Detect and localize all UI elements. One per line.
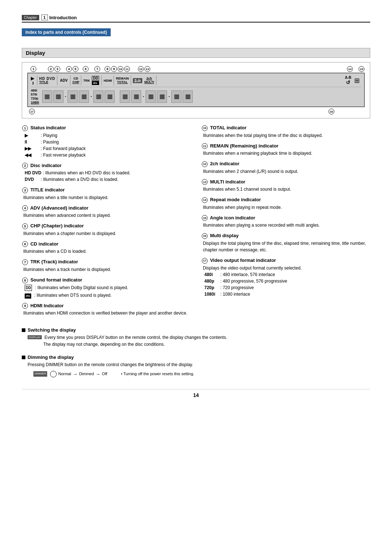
dot-sep-3: ·	[143, 94, 144, 100]
desc-angle-title: 15 Angle icon indicator	[201, 215, 370, 221]
digit-6: ▦	[105, 90, 115, 103]
num-3-label: 3	[22, 187, 28, 193]
numbers-row-top: 1 2 3 4 5 6 7 8 9 10 11 12 13 14 15	[27, 66, 365, 72]
left-column: 1 Status indicator ▶ : Playing II : Paus…	[22, 125, 191, 321]
desc-multi-title: 13 MULTI indicator	[201, 179, 370, 185]
num-9-label: 9	[22, 303, 28, 309]
index-bar-container: Index to parts and controls (Continued)	[22, 28, 370, 42]
desc-sound-body: DD : Illuminates when Dolby Digital soun…	[22, 284, 191, 299]
desc-chp: 5 CHP (Chapter) indicator Illuminates wh…	[22, 223, 191, 237]
desc-videoformat: 17 Video output format indicator Display…	[201, 258, 370, 297]
num-12-label: 12	[202, 161, 208, 167]
desc-title-ind-body: Illuminates when a title number is displ…	[22, 194, 191, 201]
num-16-bottom: 16	[328, 109, 334, 114]
desc-cd-title: 6 CD indicator	[22, 241, 191, 247]
disc-row-1: HD DVD : Illuminates when an HD DVD disc…	[25, 170, 191, 176]
digit-2: ▦	[53, 90, 64, 103]
digit-1: ▦	[42, 90, 52, 103]
chapter-title: Introduction	[49, 15, 77, 20]
desc-multidisp: 16 Multi display Displays the total play…	[201, 233, 370, 253]
ch-multi-label: 2ch MULTI	[144, 77, 154, 84]
digit-12: ▦	[183, 90, 193, 103]
num-14-label: 14	[202, 197, 208, 203]
dimming-title: Dimming the display	[22, 355, 370, 360]
dts-badge: dts	[92, 81, 99, 85]
vf-row-4: 1080i : 1080 interlace	[204, 291, 370, 297]
adv-label: ADV	[60, 78, 68, 82]
num-9: 9	[111, 66, 117, 72]
divider-8	[156, 76, 156, 85]
divider-1	[37, 76, 37, 85]
num-10-label: 10	[202, 125, 208, 131]
trk-label: TRK	[83, 79, 90, 82]
status-row-3: ▶▶ : Fast forward playback	[25, 145, 191, 152]
sound-row-1: DD : Illuminates when Dolby Digital soun…	[25, 284, 191, 291]
flow-normal: Normal	[58, 371, 71, 377]
desc-cd-body: Illuminates when a CD is loaded.	[22, 248, 191, 255]
num-15: 15	[359, 66, 364, 72]
desc-hdmi-title: 9 HDMI Indicator	[22, 303, 191, 309]
desc-trk: 7 TRK (Track) indicator Illuminates when…	[22, 259, 191, 273]
desc-sound: 8 Sound format indicator DD : Illuminate…	[22, 277, 191, 299]
digit-4: ▦	[79, 90, 89, 103]
angle-icon: ⊞	[354, 77, 360, 85]
dolby-badge-2: DD	[25, 285, 32, 291]
num-4-label: 4	[22, 205, 28, 211]
desc-multi-body: Illuminates when 5.1 channel sound is ou…	[201, 186, 370, 193]
ab-label: A-B ↺	[345, 76, 351, 85]
divider-7	[131, 76, 131, 85]
dimmer-badge: DIMMER	[33, 371, 47, 377]
page-number: 14	[22, 389, 370, 398]
desc-total: 10 TOTAL indicator Illuminates when the …	[201, 125, 370, 139]
dolby-badge: DD	[92, 76, 99, 81]
desc-repeat-body: Illuminates when playing in repeat mode.	[201, 204, 370, 211]
num-12: 12	[138, 66, 144, 72]
dimming-body: Pressing DIMMER button on the remote con…	[28, 361, 370, 378]
switching-text1: DISPLAY Every time you press DISPLAY but…	[28, 334, 370, 341]
divider-5	[101, 76, 102, 85]
num-2-label: 2	[22, 163, 28, 169]
dimming-flow: DIMMER Normal → Dimmed → Off • Turning o…	[33, 370, 370, 378]
desc-cd: 6 CD indicator Illuminates when a CD is …	[22, 241, 191, 255]
vf-row-2: 480p : 480 progressive, 576 progressive	[204, 278, 370, 284]
num-8-label: 8	[22, 278, 28, 283]
index-bar: Index to parts and controls (Continued)	[22, 28, 111, 36]
num-5-label: 5	[22, 223, 28, 229]
num-7: 7	[94, 66, 100, 72]
desc-total-title: 10 TOTAL indicator	[201, 125, 370, 131]
num-15-label: 15	[202, 215, 208, 221]
desc-status-body: ▶ : Playing II : Pausing ▶▶ : Fast forwa…	[22, 132, 191, 158]
digit-9: ▦	[146, 90, 156, 103]
num-13-label: 13	[202, 179, 208, 185]
desc-2ch: 12 2ch indicator Illuminates when 2 chan…	[201, 161, 370, 175]
num-6-label: 6	[22, 241, 28, 247]
play-pause-segment: ▶ II	[31, 76, 34, 85]
remain-total-label: REMAIN TOTAL	[116, 77, 129, 84]
num-2: 2	[48, 66, 54, 72]
digit-7: ▦	[120, 90, 130, 103]
cd-chp-label: CD CHP	[72, 77, 79, 84]
desc-title-ind-title: 3 TITLE indicator	[22, 187, 191, 193]
dot-sep-2: ·	[90, 94, 92, 100]
switching-section: Switching the display DISPLAY Every time…	[22, 327, 370, 348]
desc-chp-body: Illuminates when a chapter number is dis…	[22, 230, 191, 237]
flow-off: Off	[102, 371, 107, 377]
chapter-label: Chapter	[22, 15, 39, 20]
desc-sound-title: 8 Sound format indicator	[22, 277, 191, 283]
lcd-panel: ▶ II HD DVD TITLE ADV CD CHP TRK DD	[27, 73, 365, 107]
switching-body: DISPLAY Every time you press DISPLAY but…	[28, 334, 370, 348]
chapter-number: 1	[41, 15, 48, 20]
status-row-4: ◀◀ : Fast reverse playback	[25, 152, 191, 158]
digit-segments-row: ▦ ▦ · ▦ ▦ · ▦ ▦ ▦ ▦ · ▦ ▦ · ▦ ▦	[42, 90, 361, 103]
black-square-2	[22, 356, 25, 359]
desc-chp-title: 5 CHP (Chapter) indicator	[22, 223, 191, 229]
switching-text2: The display may not change, depending on…	[28, 341, 370, 348]
right-column: 10 TOTAL indicator Illuminates when the …	[201, 125, 370, 321]
num-10: 10	[118, 66, 123, 72]
desc-2ch-body: Illuminates when 2 channel (L/R) sound i…	[201, 168, 370, 175]
num-3: 3	[54, 66, 60, 72]
sound-row-2: dts : Illuminates when DTS sound is play…	[25, 292, 191, 299]
desc-repeat-title: 14 Repeat mode indicator	[201, 197, 370, 203]
hdmi-label: HDMI	[103, 79, 112, 82]
time-display: 2oh	[133, 78, 142, 83]
